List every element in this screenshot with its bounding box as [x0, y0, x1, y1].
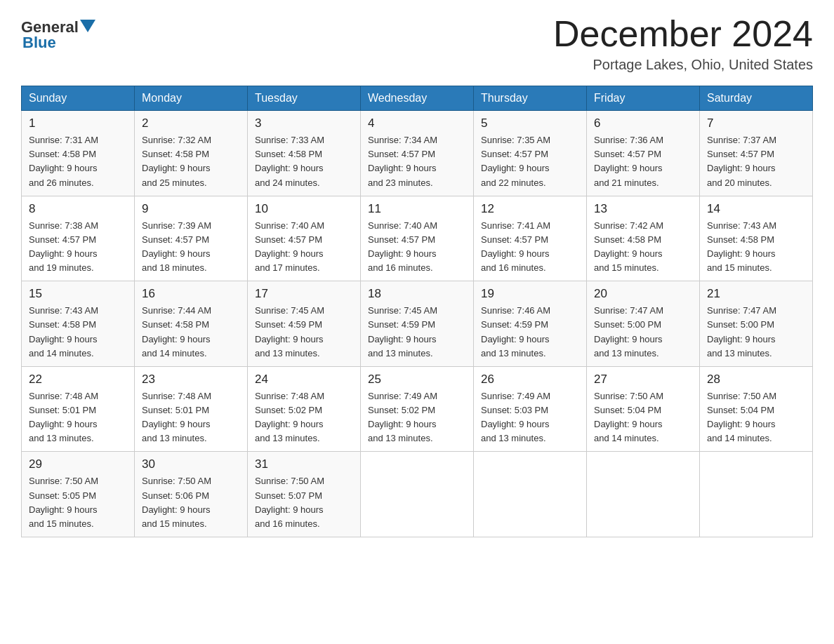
day-info: Sunrise: 7:43 AMSunset: 4:58 PMDaylight:…: [707, 219, 805, 276]
day-number: 7: [707, 116, 805, 130]
calendar-cell: 24Sunrise: 7:48 AMSunset: 5:02 PMDayligh…: [248, 366, 361, 452]
day-info: Sunrise: 7:31 AMSunset: 4:58 PMDaylight:…: [29, 133, 127, 190]
column-header-sunday: Sunday: [22, 86, 135, 111]
calendar-week-row: 29Sunrise: 7:50 AMSunset: 5:05 PMDayligh…: [22, 452, 813, 537]
day-info: Sunrise: 7:50 AMSunset: 5:05 PMDaylight:…: [29, 474, 127, 531]
day-number: 29: [29, 457, 127, 471]
page-header: General Blue December 2024 Portage Lakes…: [21, 14, 813, 73]
calendar-cell: 27Sunrise: 7:50 AMSunset: 5:04 PMDayligh…: [587, 366, 700, 452]
day-info: Sunrise: 7:38 AMSunset: 4:57 PMDaylight:…: [29, 219, 127, 276]
page-title: December 2024: [553, 14, 813, 54]
calendar-cell: 5Sunrise: 7:35 AMSunset: 4:57 PMDaylight…: [474, 111, 587, 196]
day-number: 8: [29, 202, 127, 216]
calendar-cell: 21Sunrise: 7:47 AMSunset: 5:00 PMDayligh…: [700, 281, 813, 367]
day-info: Sunrise: 7:50 AMSunset: 5:06 PMDaylight:…: [142, 474, 240, 531]
calendar-week-row: 15Sunrise: 7:43 AMSunset: 4:58 PMDayligh…: [22, 281, 813, 367]
calendar-cell: 3Sunrise: 7:33 AMSunset: 4:58 PMDaylight…: [248, 111, 361, 196]
calendar-cell: 1Sunrise: 7:31 AMSunset: 4:58 PMDaylight…: [22, 111, 135, 196]
calendar-cell: 30Sunrise: 7:50 AMSunset: 5:06 PMDayligh…: [135, 452, 248, 537]
calendar-cell: 9Sunrise: 7:39 AMSunset: 4:57 PMDaylight…: [135, 196, 248, 281]
day-info: Sunrise: 7:48 AMSunset: 5:01 PMDaylight:…: [142, 389, 240, 446]
svg-marker-0: [80, 20, 95, 32]
calendar-week-row: 8Sunrise: 7:38 AMSunset: 4:57 PMDaylight…: [22, 196, 813, 281]
day-number: 2: [142, 116, 240, 130]
column-header-friday: Friday: [587, 86, 700, 111]
day-info: Sunrise: 7:42 AMSunset: 4:58 PMDaylight:…: [594, 219, 692, 276]
day-number: 15: [29, 287, 127, 301]
calendar-cell: 18Sunrise: 7:45 AMSunset: 4:59 PMDayligh…: [361, 281, 474, 367]
day-number: 25: [368, 373, 466, 387]
day-info: Sunrise: 7:45 AMSunset: 4:59 PMDaylight:…: [255, 304, 353, 361]
day-info: Sunrise: 7:47 AMSunset: 5:00 PMDaylight:…: [594, 304, 692, 361]
logo-blue-text: Blue: [22, 34, 56, 52]
calendar-cell: [587, 452, 700, 537]
calendar-cell: 12Sunrise: 7:41 AMSunset: 4:57 PMDayligh…: [474, 196, 587, 281]
day-number: 14: [707, 202, 805, 216]
day-info: Sunrise: 7:33 AMSunset: 4:58 PMDaylight:…: [255, 133, 353, 190]
day-info: Sunrise: 7:43 AMSunset: 4:58 PMDaylight:…: [29, 304, 127, 361]
day-number: 4: [368, 116, 466, 130]
calendar-cell: 29Sunrise: 7:50 AMSunset: 5:05 PMDayligh…: [22, 452, 135, 537]
calendar-table: SundayMondayTuesdayWednesdayThursdayFrid…: [21, 86, 813, 537]
calendar-cell: 15Sunrise: 7:43 AMSunset: 4:58 PMDayligh…: [22, 281, 135, 367]
column-header-thursday: Thursday: [474, 86, 587, 111]
day-number: 28: [707, 373, 805, 387]
day-number: 21: [707, 287, 805, 301]
day-info: Sunrise: 7:41 AMSunset: 4:57 PMDaylight:…: [481, 219, 579, 276]
column-header-saturday: Saturday: [700, 86, 813, 111]
calendar-cell: 25Sunrise: 7:49 AMSunset: 5:02 PMDayligh…: [361, 366, 474, 452]
day-info: Sunrise: 7:40 AMSunset: 4:57 PMDaylight:…: [368, 219, 466, 276]
calendar-cell: 17Sunrise: 7:45 AMSunset: 4:59 PMDayligh…: [248, 281, 361, 367]
day-info: Sunrise: 7:32 AMSunset: 4:58 PMDaylight:…: [142, 133, 240, 190]
calendar-week-row: 1Sunrise: 7:31 AMSunset: 4:58 PMDaylight…: [22, 111, 813, 196]
calendar-cell: 7Sunrise: 7:37 AMSunset: 4:57 PMDaylight…: [700, 111, 813, 196]
column-header-wednesday: Wednesday: [361, 86, 474, 111]
day-number: 24: [255, 373, 353, 387]
column-header-tuesday: Tuesday: [248, 86, 361, 111]
day-number: 12: [481, 202, 579, 216]
day-info: Sunrise: 7:49 AMSunset: 5:03 PMDaylight:…: [481, 389, 579, 446]
day-number: 31: [255, 457, 353, 471]
calendar-cell: 19Sunrise: 7:46 AMSunset: 4:59 PMDayligh…: [474, 281, 587, 367]
day-number: 18: [368, 287, 466, 301]
calendar-cell: [700, 452, 813, 537]
day-info: Sunrise: 7:50 AMSunset: 5:04 PMDaylight:…: [594, 389, 692, 446]
day-info: Sunrise: 7:46 AMSunset: 4:59 PMDaylight:…: [481, 304, 579, 361]
calendar-cell: 4Sunrise: 7:34 AMSunset: 4:57 PMDaylight…: [361, 111, 474, 196]
day-info: Sunrise: 7:50 AMSunset: 5:04 PMDaylight:…: [707, 389, 805, 446]
column-header-monday: Monday: [135, 86, 248, 111]
day-number: 17: [255, 287, 353, 301]
calendar-cell: 10Sunrise: 7:40 AMSunset: 4:57 PMDayligh…: [248, 196, 361, 281]
day-number: 3: [255, 116, 353, 130]
day-info: Sunrise: 7:49 AMSunset: 5:02 PMDaylight:…: [368, 389, 466, 446]
day-number: 26: [481, 373, 579, 387]
calendar-cell: 22Sunrise: 7:48 AMSunset: 5:01 PMDayligh…: [22, 366, 135, 452]
day-number: 20: [594, 287, 692, 301]
day-number: 19: [481, 287, 579, 301]
page-subtitle: Portage Lakes, Ohio, United States: [553, 57, 813, 73]
day-info: Sunrise: 7:47 AMSunset: 5:00 PMDaylight:…: [707, 304, 805, 361]
calendar-cell: 16Sunrise: 7:44 AMSunset: 4:58 PMDayligh…: [135, 281, 248, 367]
day-number: 13: [594, 202, 692, 216]
day-number: 9: [142, 202, 240, 216]
calendar-cell: 26Sunrise: 7:49 AMSunset: 5:03 PMDayligh…: [474, 366, 587, 452]
day-number: 11: [368, 202, 466, 216]
day-info: Sunrise: 7:37 AMSunset: 4:57 PMDaylight:…: [707, 133, 805, 190]
calendar-cell: 28Sunrise: 7:50 AMSunset: 5:04 PMDayligh…: [700, 366, 813, 452]
calendar-week-row: 22Sunrise: 7:48 AMSunset: 5:01 PMDayligh…: [22, 366, 813, 452]
calendar-cell: 13Sunrise: 7:42 AMSunset: 4:58 PMDayligh…: [587, 196, 700, 281]
calendar-cell: 11Sunrise: 7:40 AMSunset: 4:57 PMDayligh…: [361, 196, 474, 281]
day-info: Sunrise: 7:48 AMSunset: 5:01 PMDaylight:…: [29, 389, 127, 446]
day-number: 27: [594, 373, 692, 387]
day-number: 6: [594, 116, 692, 130]
day-number: 5: [481, 116, 579, 130]
day-number: 23: [142, 373, 240, 387]
calendar-cell: 23Sunrise: 7:48 AMSunset: 5:01 PMDayligh…: [135, 366, 248, 452]
calendar-cell: 6Sunrise: 7:36 AMSunset: 4:57 PMDaylight…: [587, 111, 700, 196]
day-number: 22: [29, 373, 127, 387]
calendar-cell: 2Sunrise: 7:32 AMSunset: 4:58 PMDaylight…: [135, 111, 248, 196]
day-number: 30: [142, 457, 240, 471]
logo-triangle-icon: [80, 20, 95, 32]
day-number: 10: [255, 202, 353, 216]
day-info: Sunrise: 7:48 AMSunset: 5:02 PMDaylight:…: [255, 389, 353, 446]
